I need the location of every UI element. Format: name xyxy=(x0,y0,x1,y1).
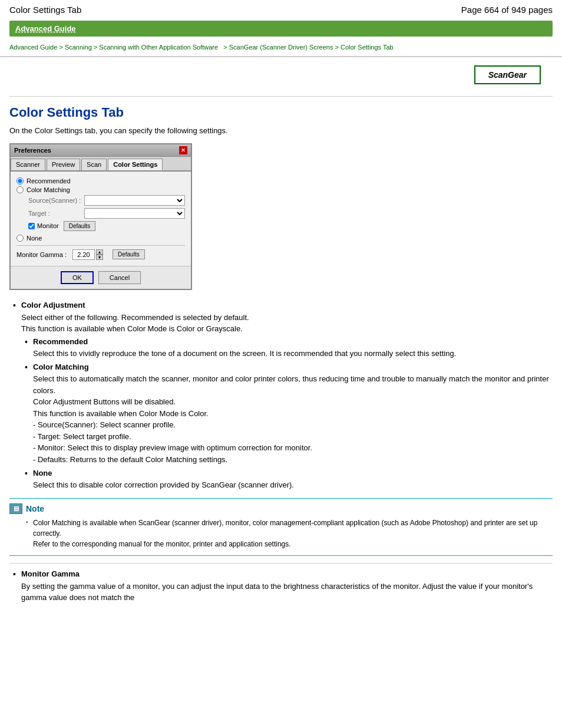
pref-footer: OK Cancel xyxy=(11,266,191,289)
page-header: Color Settings Tab Page 664 of 949 pages xyxy=(0,0,562,17)
pref-radio-recommended-label: Recommended xyxy=(27,177,71,185)
pref-titlebar: Preferences ✕ xyxy=(11,144,191,157)
pref-ok-button[interactable]: OK xyxy=(61,271,94,284)
sub-bullet-text-recommended: Select this to vividly reproduce the ton… xyxy=(33,348,553,360)
note-icon: ▤ xyxy=(9,503,22,514)
pref-target-row: Target : xyxy=(28,208,185,219)
pref-source-label: Source(Scanner) : xyxy=(28,197,84,204)
breadcrumb-link-scanning-other[interactable]: Scanning with Other Application Software xyxy=(99,44,218,51)
sub-bullet-color-matching: Color Matching Select this to automatica… xyxy=(33,363,553,465)
breadcrumb-sep-2: > xyxy=(94,44,99,51)
bullet-title-monitor-gamma: Monitor Gamma xyxy=(21,569,553,578)
sub-bullet-recommended: Recommended Select this to vividly repro… xyxy=(33,337,553,360)
pref-radio-color-matching-input[interactable] xyxy=(16,186,24,193)
note-content-item-1: Color Matching is available when ScanGea… xyxy=(26,518,547,549)
breadcrumb-sep-1: > xyxy=(59,44,64,51)
sub-bullet-text-color-matching: Select this to automatically match the s… xyxy=(33,373,553,465)
note-content: Color Matching is available when ScanGea… xyxy=(9,518,547,549)
pref-monitor-row: Monitor Defaults xyxy=(28,221,185,231)
bullet-item-monitor-gamma: Monitor Gamma By setting the gamma value… xyxy=(21,569,553,604)
doc-title: Color Settings Tab xyxy=(9,5,81,15)
sub-bullet-title-color-matching: Color Matching xyxy=(33,363,553,371)
pref-color-matching-defaults-button[interactable]: Defaults xyxy=(64,221,96,231)
pref-source-select[interactable] xyxy=(84,195,185,206)
pref-tabs: Scanner Preview Scan Color Settings xyxy=(11,157,191,172)
pref-tab-scan[interactable]: Scan xyxy=(81,159,107,170)
sub-bullet-none: None Select this to disable color correc… xyxy=(33,469,553,491)
pref-radio-none-input[interactable] xyxy=(16,235,24,242)
pref-radio-recommended: Recommended xyxy=(16,177,185,185)
breadcrumb: Advanced Guide > Scanning > Scanning wit… xyxy=(0,40,562,57)
bullet-section-gamma: Monitor Gamma By setting the gamma value… xyxy=(9,569,553,604)
pref-tab-scanner[interactable]: Scanner xyxy=(11,159,45,170)
note-header-label: Note xyxy=(26,504,44,513)
pref-gamma-spinner: ▲ ▼ xyxy=(96,249,103,260)
sub-bullet-title-none: None xyxy=(33,469,553,477)
pref-source-row: Source(Scanner) : xyxy=(28,195,185,206)
advanced-guide-banner: Advanced Guide xyxy=(9,21,553,37)
pref-divider xyxy=(16,245,185,246)
advanced-guide-label: Advanced Guide xyxy=(15,24,76,33)
pagination: Page 664 of 949 pages xyxy=(461,5,553,15)
pref-gamma-label: Monitor Gamma : xyxy=(16,251,72,258)
breadcrumb-sep-3: > xyxy=(220,44,229,51)
bullet-item-color-adjustment: Color Adjustment Select either of the fo… xyxy=(21,301,553,491)
note-header: ▤ Note xyxy=(9,503,547,514)
pref-cancel-button[interactable]: Cancel xyxy=(98,271,141,284)
note-box: ▤ Note Color Matching is available when … xyxy=(9,498,553,556)
pref-gamma-row: Monitor Gamma : ▲ ▼ Defaults xyxy=(16,249,185,260)
breadcrumb-sep-4: > xyxy=(335,44,340,51)
pref-monitor-label: Monitor xyxy=(37,222,59,229)
breadcrumb-link-scangear-screens[interactable]: ScanGear (Scanner Driver) Screens xyxy=(229,44,333,51)
preferences-dialog: Preferences ✕ Scanner Preview Scan Color… xyxy=(9,143,192,290)
pref-color-matching-fields: Source(Scanner) : Target : Monitor Defau… xyxy=(16,195,185,231)
pref-title: Preferences xyxy=(14,147,51,154)
pref-close-button[interactable]: ✕ xyxy=(179,146,187,154)
sub-bullet-text-none: Select this to disable color correction … xyxy=(33,479,553,491)
pref-gamma-down[interactable]: ▼ xyxy=(96,255,103,260)
pref-radio-recommended-input[interactable] xyxy=(16,177,24,185)
pref-tab-preview[interactable]: Preview xyxy=(47,159,80,170)
top-divider xyxy=(9,96,553,97)
pref-target-label: Target : xyxy=(28,210,84,217)
pref-gamma-up[interactable]: ▲ xyxy=(96,249,103,255)
pref-gamma-defaults-button[interactable]: Defaults xyxy=(113,249,145,259)
pref-radio-none: None xyxy=(16,235,185,242)
bullet-text-color-adjustment: Select either of the following. Recommen… xyxy=(21,312,553,335)
pref-tab-color-settings[interactable]: Color Settings xyxy=(108,159,163,170)
sub-bullet-section: Recommended Select this to vividly repro… xyxy=(21,337,553,491)
breadcrumb-current: Color Settings Tab xyxy=(340,44,394,51)
bottom-divider xyxy=(9,563,553,564)
sub-bullet-title-recommended: Recommended xyxy=(33,337,553,346)
pref-gamma-input[interactable] xyxy=(72,249,95,260)
page-title: Color Settings Tab xyxy=(9,105,553,120)
pref-radio-color-matching: Color Matching xyxy=(16,186,185,193)
bullet-text-monitor-gamma: By setting the gamma value of a monitor,… xyxy=(21,581,553,604)
breadcrumb-link-advanced-guide[interactable]: Advanced Guide xyxy=(9,44,57,51)
intro-text: On the Color Settings tab, you can speci… xyxy=(9,126,553,135)
scangear-button[interactable]: ScanGear xyxy=(474,65,541,84)
pref-body: Recommended Color Matching Source(Scanne… xyxy=(11,172,191,266)
pref-target-select[interactable] xyxy=(84,208,185,219)
pref-radio-none-label: None xyxy=(27,235,42,242)
scangear-area: ScanGear xyxy=(9,57,553,90)
bullet-section-main: Color Adjustment Select either of the fo… xyxy=(9,301,553,491)
main-content: ScanGear Color Settings Tab On the Color… xyxy=(0,57,562,604)
bullet-title-color-adjustment: Color Adjustment xyxy=(21,301,553,309)
pref-radio-color-matching-label: Color Matching xyxy=(27,186,70,193)
pref-monitor-checkbox[interactable] xyxy=(28,223,35,229)
breadcrumb-link-scanning[interactable]: Scanning xyxy=(65,44,92,51)
